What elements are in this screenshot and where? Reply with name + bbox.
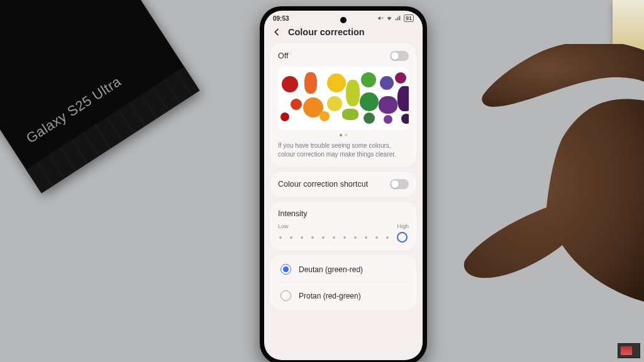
slider-tick — [333, 236, 335, 239]
option-label: Protan (red-green) — [299, 292, 361, 300]
fruit-blob — [342, 109, 358, 120]
intensity-title: Intensity — [278, 209, 409, 218]
intensity-scale-labels: Low High — [278, 223, 409, 229]
phone-frame: 09:53 91 Colour correction Off — [260, 6, 427, 362]
options-card: Deutan (green-red) Protan (red-green) — [270, 255, 416, 310]
signal-icon — [395, 15, 401, 21]
intensity-high-label: High — [397, 223, 409, 229]
slider-tick — [290, 236, 292, 239]
radio-icon — [280, 264, 291, 275]
slider-tick — [343, 236, 346, 239]
scene-background: Galaxy S25 Ultra 09:53 91 Colour correct… — [0, 0, 644, 362]
master-toggle[interactable] — [390, 51, 409, 61]
shortcut-toggle-row[interactable]: Colour correction shortcut — [278, 179, 409, 189]
fruit-blob — [280, 112, 289, 121]
fruit-blob — [361, 72, 376, 87]
fruit-blob — [327, 96, 342, 111]
fruit-blob — [380, 76, 394, 90]
status-time: 09:53 — [273, 15, 289, 22]
shortcut-toggle[interactable] — [390, 179, 409, 189]
page-header: Colour correction — [264, 23, 423, 43]
slider-thumb[interactable] — [397, 232, 408, 243]
slider-tick — [301, 236, 303, 239]
shortcut-label: Colour correction shortcut — [278, 180, 368, 189]
intensity-card: Intensity Low High — [270, 202, 416, 250]
slider-tick — [386, 236, 389, 239]
product-box: Galaxy S25 Ultra — [0, 0, 199, 193]
hand — [405, 44, 644, 308]
status-right-cluster: 91 — [377, 14, 414, 22]
radio-icon — [280, 290, 291, 301]
slider-tick — [279, 236, 282, 239]
fruit-blob — [364, 112, 375, 124]
front-camera — [340, 17, 347, 23]
page-dot — [340, 134, 342, 136]
slider-tick — [365, 236, 367, 239]
slider-tick — [354, 236, 357, 239]
back-icon[interactable] — [272, 27, 282, 37]
wifi-icon — [386, 15, 392, 21]
master-toggle-row[interactable]: Off — [278, 51, 409, 61]
master-toggle-label: Off — [278, 52, 288, 60]
option-protan[interactable]: Protan (red-green) — [278, 282, 409, 309]
wooden-object — [613, 0, 644, 50]
fruit-blob — [360, 92, 379, 111]
fruit-blob — [401, 114, 409, 124]
page-indicator — [278, 134, 409, 136]
slider-tick — [375, 236, 378, 239]
watermark — [618, 343, 640, 358]
page-dot — [345, 134, 347, 136]
fruit-blob — [304, 72, 317, 94]
fruit-blob — [319, 111, 330, 121]
intensity-slider[interactable] — [278, 232, 409, 243]
description-text: If you have trouble seeing some colours,… — [278, 141, 409, 159]
preview-image[interactable] — [278, 67, 409, 130]
fruit-blob — [282, 76, 298, 92]
fruit-blob — [395, 72, 406, 84]
intensity-low-label: Low — [278, 223, 289, 229]
phone-screen: 09:53 91 Colour correction Off — [264, 11, 423, 360]
main-card: Off — [270, 43, 416, 167]
option-label: Deutan (green-red) — [299, 265, 363, 274]
slider-tick — [322, 236, 325, 239]
fruit-blob — [346, 80, 360, 106]
battery-percent: 91 — [404, 14, 414, 22]
page-title: Colour correction — [288, 27, 365, 37]
shortcut-card: Colour correction shortcut — [270, 172, 416, 197]
fruit-blob — [397, 86, 409, 111]
slider-tick — [311, 236, 314, 239]
fruit-blob — [379, 96, 397, 114]
fruit-blob — [384, 115, 392, 124]
mute-icon — [377, 15, 384, 21]
fruit-blob — [291, 99, 302, 110]
fruit-blob — [327, 74, 346, 92]
option-deutan[interactable]: Deutan (green-red) — [278, 256, 409, 282]
